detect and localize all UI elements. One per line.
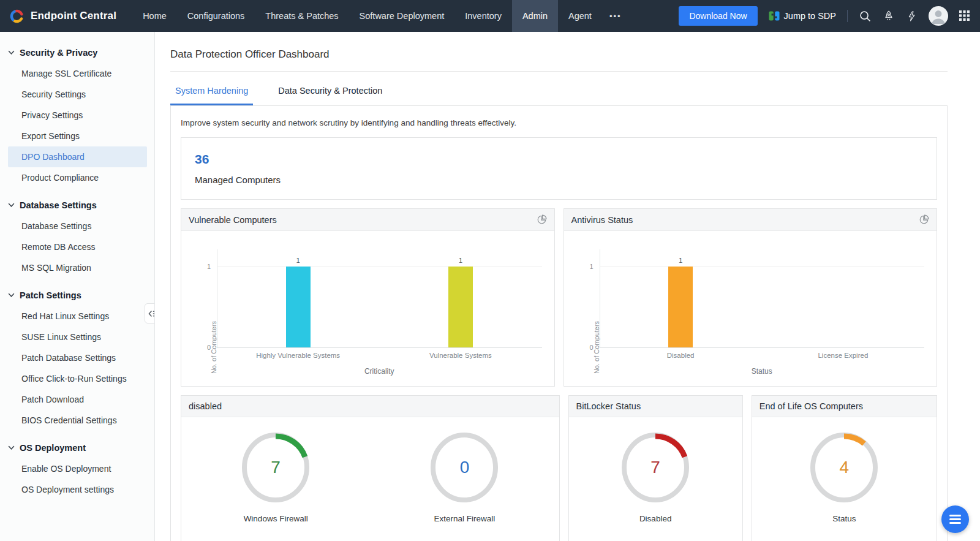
- bar-vulnerable-systems[interactable]: [448, 267, 473, 347]
- nav-item-inventory[interactable]: Inventory: [454, 0, 512, 32]
- donut-label: Windows Firewall: [244, 514, 308, 523]
- title-divider: [170, 71, 948, 72]
- end-of-life-donut: 4Status: [752, 417, 937, 523]
- sidebar-item-remote-db-access[interactable]: Remote DB Access: [0, 236, 154, 257]
- sidebar-item-security-settings[interactable]: Security Settings: [0, 84, 154, 105]
- brand-logo-icon: [9, 8, 25, 25]
- x-category-highly-vulnerable-systems: Highly Vulnerable Systems: [217, 352, 379, 359]
- x-category-license-expired: License Expired: [762, 352, 924, 359]
- whats-new-rocket-icon[interactable]: [883, 10, 895, 22]
- system-hardening-panel: Improve system security and network scru…: [170, 105, 948, 541]
- nav-item-agent[interactable]: Agent: [558, 0, 602, 32]
- sidebar-item-export-settings[interactable]: Export Settings: [0, 126, 154, 146]
- sidebar-item-red-hat-linux-settings[interactable]: Red Hat Linux Settings: [0, 306, 154, 327]
- quick-actions-bolt-icon[interactable]: [906, 10, 918, 22]
- vulnerable-computers-title: Vulnerable Computers: [189, 215, 277, 225]
- dashboard-tabs: System HardeningData Security & Protecti…: [170, 86, 948, 105]
- sidebar-section-patch-settings[interactable]: Patch Settings: [0, 278, 154, 306]
- bar-disabled[interactable]: [668, 267, 693, 347]
- pie-chart-toggle-icon[interactable]: [919, 214, 929, 225]
- bar-value-label: 1: [459, 257, 462, 264]
- donut-value[interactable]: 7: [619, 430, 692, 505]
- settings-sidebar: Security & PrivacyManage SSL Certificate…: [0, 32, 155, 541]
- sidebar-collapse-toggle[interactable]: [145, 303, 155, 323]
- sidebar-item-enable-os-deployment[interactable]: Enable OS Deployment: [0, 458, 154, 479]
- x-axis-title: Criticality: [217, 367, 542, 376]
- floating-menu-button[interactable]: [941, 505, 969, 533]
- chevron-down-icon: [8, 50, 15, 55]
- sidebar-item-patch-download[interactable]: Patch Download: [0, 389, 154, 410]
- plot-area: 101: [600, 267, 925, 348]
- firewall-donuts: 7Windows Firewall0External Firewall: [181, 417, 559, 523]
- apps-grid-icon[interactable]: [959, 10, 970, 21]
- nav-item-home[interactable]: Home: [132, 0, 177, 32]
- sidebar-item-product-compliance[interactable]: Product Compliance: [0, 167, 154, 188]
- sidebar-item-database-settings[interactable]: Database Settings: [0, 216, 154, 236]
- nav-more-ellipsis[interactable]: •••: [602, 0, 629, 32]
- vulnerable-computers-chart: No. of Computers1011Highly Vulnerable Sy…: [181, 267, 554, 423]
- donut-value[interactable]: 4: [808, 430, 880, 505]
- pie-chart-toggle-icon[interactable]: [537, 214, 547, 225]
- plot-area: 1011: [217, 267, 542, 348]
- search-icon[interactable]: [859, 10, 872, 23]
- sidebar-item-office-click-to-run-settings[interactable]: Office Click-to-Run Settings: [0, 368, 154, 389]
- bitlocker-donut: 7Disabled: [569, 417, 742, 523]
- donut-external-firewall: 0External Firewall: [428, 430, 500, 523]
- user-avatar[interactable]: [929, 6, 948, 26]
- donut-disabled: 7Disabled: [619, 430, 692, 523]
- download-now-button[interactable]: Download Now: [679, 6, 757, 26]
- donut-value[interactable]: 7: [239, 430, 312, 505]
- chevron-down-icon: [8, 293, 15, 298]
- sidebar-section-security-privacy[interactable]: Security & Privacy: [0, 36, 154, 63]
- chevron-down-icon: [8, 203, 15, 208]
- vulnerable-computers-card: Vulnerable Computers No. of Computers101…: [181, 208, 555, 387]
- section-label: Security & Privacy: [20, 48, 97, 58]
- donut-windows-firewall: 7Windows Firewall: [239, 430, 312, 523]
- managed-computers-card: 36 Managed Computers: [181, 137, 937, 200]
- donut-status: 4Status: [808, 430, 880, 523]
- antivirus-status-card: Antivirus Status No. of Computers101Disa…: [564, 208, 938, 387]
- sidebar-item-manage-ssl-certificate[interactable]: Manage SSL Certificate: [0, 63, 154, 84]
- sdp-logo-icon: [769, 10, 780, 21]
- page-title: Data Protection Officer Dashboard: [170, 48, 948, 61]
- donut-label: Disabled: [639, 514, 672, 523]
- bar-value-label: 1: [296, 257, 300, 264]
- sidebar-section-database-settings[interactable]: Database Settings: [0, 188, 154, 216]
- donut-label: Status: [832, 514, 856, 523]
- nav-item-admin[interactable]: Admin: [512, 0, 558, 32]
- sidebar-item-privacy-settings[interactable]: Privacy Settings: [0, 105, 154, 126]
- brand[interactable]: Endpoint Central: [9, 8, 116, 25]
- y-tick: 0: [590, 344, 594, 351]
- antivirus-status-title: Antivirus Status: [571, 215, 633, 225]
- section-label: Database Settings: [20, 200, 97, 210]
- x-axis-title: Status: [600, 367, 925, 376]
- donut-value[interactable]: 0: [428, 430, 500, 505]
- sidebar-item-patch-database-settings[interactable]: Patch Database Settings: [0, 347, 154, 368]
- section-label: OS Deployment: [20, 443, 86, 453]
- donut-label: External Firewall: [434, 514, 496, 523]
- jump-to-sdp[interactable]: Jump to SDP: [769, 10, 836, 21]
- nav-item-software-deployment[interactable]: Software Deployment: [349, 0, 455, 32]
- managed-computers-count[interactable]: 36: [195, 152, 923, 167]
- sidebar-item-os-deployment-settings[interactable]: OS Deployment settings: [0, 479, 154, 500]
- y-tick: 0: [207, 344, 211, 351]
- nav-item-threats-patches[interactable]: Threats & Patches: [255, 0, 349, 32]
- sidebar-item-suse-linux-settings[interactable]: SUSE Linux Settings: [0, 327, 154, 347]
- managed-computers-label: Managed Computers: [195, 175, 923, 185]
- bar-highly-vulnerable-systems[interactable]: [286, 267, 311, 347]
- section-label: Patch Settings: [20, 290, 81, 300]
- y-tick: 1: [207, 263, 211, 270]
- tab-system-hardening[interactable]: System Hardening: [170, 86, 253, 105]
- tab-data-security-protection[interactable]: Data Security & Protection: [273, 86, 387, 105]
- sidebar-item-bios-credential-settings[interactable]: BIOS Credential Settings: [0, 410, 154, 431]
- sidebar-section-os-deployment[interactable]: OS Deployment: [0, 431, 154, 458]
- brand-name: Endpoint Central: [31, 10, 116, 22]
- x-category-vulnerable-systems: Vulnerable Systems: [379, 352, 541, 359]
- sidebar-item-dpo-dashboard[interactable]: DPO Dashboard: [8, 146, 147, 167]
- chevron-down-icon: [8, 445, 15, 450]
- panel-description: Improve system security and network scru…: [181, 118, 937, 127]
- jump-to-sdp-label: Jump to SDP: [784, 11, 836, 21]
- antivirus-status-chart: No. of Computers101DisabledLicense Expir…: [564, 267, 937, 423]
- nav-item-configurations[interactable]: Configurations: [177, 0, 255, 32]
- sidebar-item-ms-sql-migration[interactable]: MS SQL Migration: [0, 257, 154, 278]
